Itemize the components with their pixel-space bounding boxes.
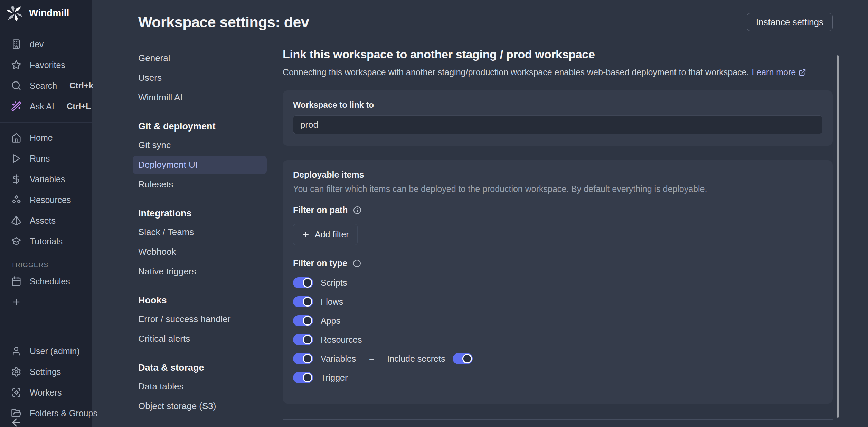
workspace-settings-nav: General Users Windmill AI Git & deployme… [133, 48, 267, 427]
toggle-knob [303, 335, 312, 344]
workspace-link-input[interactable] [293, 115, 822, 134]
scrollbar-thumb[interactable] [837, 55, 839, 418]
sidebar-item-settings[interactable]: Settings [0, 361, 92, 382]
magic-wand-icon [11, 101, 21, 111]
sidebar-item-runs[interactable]: Runs [0, 148, 92, 169]
main-area: Workspace settings: dev Instance setting… [92, 0, 868, 427]
instance-settings-button[interactable]: Instance settings [747, 13, 833, 31]
boxes-icon [11, 195, 21, 205]
star-icon [11, 60, 21, 70]
toggle-knob [303, 297, 312, 307]
settings-nav-rulesets[interactable]: Rulesets [133, 175, 267, 194]
sidebar-item-ask-ai[interactable]: Ask AI Ctrl+L [0, 96, 92, 117]
settings-nav-general[interactable]: General [133, 49, 267, 67]
settings-nav-webhook[interactable]: Webhook [133, 243, 267, 261]
sidebar-favorites-label: Favorites [30, 60, 65, 70]
settings-nav-users[interactable]: Users [133, 69, 267, 87]
plus-icon [11, 297, 21, 307]
sidebar-user-label: User (admin) [30, 346, 79, 356]
sidebar-item-user[interactable]: User (admin) [0, 341, 92, 361]
sidebar-item-search[interactable]: Search Ctrl+k [0, 75, 92, 96]
toggle-row-flows: Flows [293, 295, 822, 309]
pyramid-icon [11, 215, 21, 226]
sidebar-search-label: Search [30, 81, 57, 91]
windmill-logo-icon [7, 6, 22, 21]
sidebar-item-assets[interactable]: Assets [0, 210, 92, 231]
scripts-toggle[interactable] [293, 277, 313, 288]
workspace-link-label: Workspace to link to [293, 100, 822, 110]
collapse-sidebar-arrow-icon[interactable] [10, 417, 22, 427]
settings-nav-object-storage[interactable]: Object storage (S3) [133, 397, 267, 415]
sidebar-workspace-label: dev [30, 39, 44, 49]
info-icon[interactable] [353, 259, 361, 268]
play-icon [11, 153, 21, 164]
sidebar-ask-ai-label: Ask AI [30, 101, 54, 111]
graduation-cap-icon [11, 236, 21, 246]
settings-nav-native-triggers[interactable]: Native triggers [133, 262, 267, 281]
deployable-items-panel: Deployable items You can filter which it… [283, 160, 833, 404]
gear-icon [11, 367, 21, 377]
settings-nav-critical-alerts[interactable]: Critical alerts [133, 330, 267, 348]
learn-more-label: Learn more [752, 67, 796, 77]
sidebar-add-button[interactable] [0, 292, 92, 312]
add-filter-label: Add filter [315, 230, 349, 240]
sidebar-folders-label: Folders & Groups [30, 408, 97, 418]
sidebar-item-resources[interactable]: Resources [0, 190, 92, 210]
sidebar-settings-label: Settings [30, 367, 61, 377]
sidebar-item-favorites[interactable]: Favorites [0, 55, 92, 75]
settings-nav-data-tables[interactable]: Data tables [133, 377, 267, 396]
settings-nav-error-success-handler[interactable]: Error / success handler [133, 310, 267, 328]
dash-separator: – [369, 354, 374, 364]
sidebar-item-workers[interactable]: Workers [0, 382, 92, 403]
content-description: Connecting this workspace with another s… [283, 67, 749, 77]
apps-toggle-label: Apps [321, 316, 340, 326]
trigger-toggle[interactable] [293, 372, 313, 383]
sidebar-runs-label: Runs [30, 154, 50, 164]
plus-icon [302, 231, 310, 239]
include-secrets-toggle[interactable] [453, 353, 473, 364]
sidebar-item-workspace[interactable]: dev [0, 34, 92, 55]
worker-box-gear-icon [11, 387, 21, 398]
apps-toggle[interactable] [293, 315, 313, 326]
flows-toggle[interactable] [293, 296, 313, 307]
brand-logo[interactable]: Windmill [0, 0, 92, 26]
search-shortcut: Ctrl+k [69, 81, 93, 90]
sidebar-item-home[interactable]: Home [0, 127, 92, 148]
sidebar-divider [0, 122, 92, 123]
toggle-knob [303, 278, 312, 288]
toggle-knob [303, 354, 312, 363]
learn-more-link[interactable]: Learn more [752, 67, 806, 77]
toggle-row-apps: Apps [293, 314, 822, 328]
toggle-row-trigger: Trigger [293, 371, 822, 385]
settings-nav-section-data-storage: Data & storage [138, 362, 267, 373]
info-icon[interactable] [353, 206, 361, 214]
toggle-row-resources: Resources [293, 333, 822, 347]
brand-name: Windmill [29, 8, 69, 19]
deployable-items-description: You can filter which items can be deploy… [293, 184, 822, 194]
toggle-row-variables: Variables – Include secrets [293, 352, 822, 366]
app-sidebar: Windmill dev Favorites [0, 0, 92, 427]
external-link-icon [799, 69, 806, 76]
flows-toggle-label: Flows [321, 297, 343, 307]
settings-nav-section-git: Git & deployment [138, 121, 267, 132]
sidebar-item-schedules[interactable]: Schedules [0, 271, 92, 292]
deployment-ui-content: Link this workspace to another staging /… [283, 48, 833, 427]
sidebar-item-tutorials[interactable]: Tutorials [0, 231, 92, 252]
variables-toggle[interactable] [293, 353, 313, 364]
sidebar-tutorials-label: Tutorials [30, 236, 63, 246]
resources-toggle-label: Resources [321, 335, 362, 345]
settings-nav-deployment-ui[interactable]: Deployment UI [133, 156, 267, 174]
settings-nav-slack-teams[interactable]: Slack / Teams [133, 223, 267, 241]
resources-toggle[interactable] [293, 334, 313, 345]
content-divider [283, 419, 833, 420]
settings-nav-windmill-ai[interactable]: Windmill AI [133, 88, 267, 107]
settings-nav-git-sync[interactable]: Git sync [133, 136, 267, 154]
sidebar-item-variables[interactable]: Variables [0, 169, 92, 190]
content-heading: Link this workspace to another staging /… [283, 48, 833, 61]
add-filter-button[interactable]: Add filter [293, 224, 358, 245]
sidebar-resources-label: Resources [30, 195, 71, 205]
sidebar-workers-label: Workers [30, 388, 62, 398]
user-icon [11, 346, 21, 356]
dollar-icon [11, 174, 21, 184]
sidebar-variables-label: Variables [30, 174, 65, 184]
